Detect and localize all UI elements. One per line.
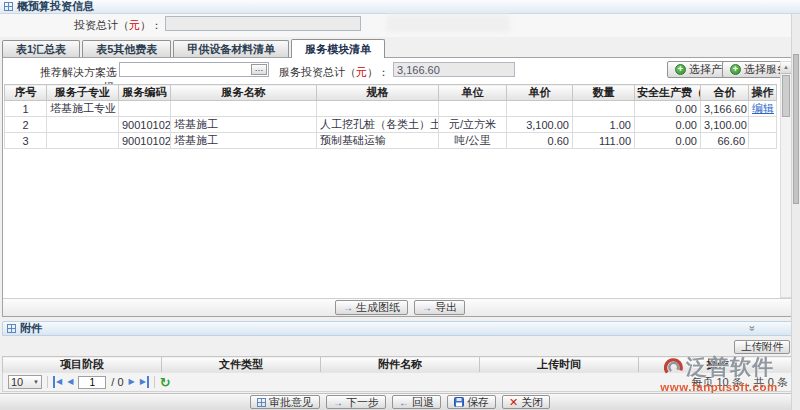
collapse-icon[interactable]: « xyxy=(747,326,758,332)
page-title: 概预算投资信息 xyxy=(17,0,94,14)
arrow-right-icon: → xyxy=(333,397,343,408)
arrow-right-icon: → xyxy=(422,302,432,313)
close-label: 关闭 xyxy=(521,395,543,410)
cell-price: 0.60 xyxy=(507,133,573,149)
tab-owner-supplied-equipment-list[interactable]: 甲供设备材料清单 xyxy=(173,40,289,57)
cell-name: 塔基施工 xyxy=(171,133,317,149)
col-attachment-name[interactable]: 附件名称 xyxy=(321,357,480,373)
save-icon xyxy=(454,397,464,407)
next-page-button[interactable]: ▶ xyxy=(129,376,135,388)
investment-total-input[interactable] xyxy=(165,16,361,31)
rollback-button[interactable]: ← 回退 xyxy=(392,395,441,409)
cell-total: 66.60 xyxy=(701,133,749,149)
solution-lookup-button[interactable]: … xyxy=(251,64,267,75)
tab-bar: 表1汇总表 表5其他费表 甲供设备材料清单 服务模块清单 xyxy=(2,38,790,57)
col-total-price[interactable]: 合价 xyxy=(701,85,749,101)
scrollbar-thumb[interactable] xyxy=(793,54,799,204)
tab-summary-table1[interactable]: 表1汇总表 xyxy=(2,40,80,57)
cell-code: 900101021... xyxy=(119,133,171,149)
pagination-bar: 10 ▼ ◀ ◀ / 0 ▶ ▶ ↻ 每页 10 条，共 0 条 xyxy=(2,372,796,392)
review-opinion-button[interactable]: 审批意见 xyxy=(250,395,320,409)
prev-page-button[interactable]: ◀ xyxy=(67,376,73,388)
cell-unit: 吨/公里 xyxy=(439,133,507,149)
col-operation[interactable]: 操作 xyxy=(639,357,797,373)
scrollbar-thumb[interactable] xyxy=(782,75,790,117)
cell-op xyxy=(749,117,777,133)
next-step-label: 下一步 xyxy=(346,395,379,410)
cell-code: 900101020... xyxy=(119,117,171,133)
table-header-row: 序号 服务子专业 服务编码 服务名称 规格 单位 单价 数量 安全生产费（元 合… xyxy=(5,85,777,101)
col-unit-price[interactable]: 单价 xyxy=(507,85,573,101)
cell-price: 3,100.00 xyxy=(507,117,573,133)
window-title-bar: 概预算投资信息 xyxy=(0,0,800,14)
arrow-left-icon: ← xyxy=(399,397,409,408)
plus-icon: + xyxy=(730,64,741,75)
footer-toolbar: 审批意见 → 下一步 ← 回退 保存 ✕ 关闭 xyxy=(0,393,800,410)
col-spec[interactable]: 规格 xyxy=(317,85,439,101)
col-file-type[interactable]: 文件类型 xyxy=(162,357,321,373)
next-step-button[interactable]: → 下一步 xyxy=(326,395,386,409)
refresh-icon[interactable]: ↻ xyxy=(160,376,171,389)
table-row[interactable]: 3 900101021... 塔基施工 预制基础运输 吨/公里 0.60 111… xyxy=(5,133,777,149)
rollback-label: 回退 xyxy=(412,395,434,410)
page-size-value: 10 xyxy=(11,376,23,388)
col-service-name[interactable]: 服务名称 xyxy=(171,85,317,101)
col-unit[interactable]: 单位 xyxy=(439,85,507,101)
cell-qty xyxy=(573,101,635,117)
export-button[interactable]: → 导出 xyxy=(414,300,465,315)
yuan-unit: 元 xyxy=(356,66,367,78)
col-quantity[interactable]: 数量 xyxy=(573,85,635,101)
col-service-sub-specialty[interactable]: 服务子专业 xyxy=(47,85,119,101)
col-service-code[interactable]: 服务编码 xyxy=(119,85,171,101)
review-opinion-label: 审批意见 xyxy=(269,395,313,410)
scroll-up-icon[interactable]: ▲ xyxy=(781,62,791,74)
service-module-panel: 推荐解决方案选择: … 服务投资总计（元）： 3,166.60 + 选择产品 +… xyxy=(2,57,798,317)
col-seq[interactable]: 序号 xyxy=(5,85,47,101)
cell-qty: 111.00 xyxy=(573,133,635,149)
page-size-select[interactable]: 10 ▼ xyxy=(8,375,42,389)
cell-total: 3,166.60 xyxy=(701,101,749,117)
page-number-input[interactable] xyxy=(78,376,106,389)
service-total-value: 3,166.60 xyxy=(393,62,515,77)
cell-code xyxy=(119,101,171,117)
page-scrollbar[interactable] xyxy=(791,14,800,410)
save-button[interactable]: 保存 xyxy=(447,395,496,409)
cell-spec xyxy=(317,101,439,117)
yuan-unit: 元 xyxy=(129,19,140,31)
app-window: 概预算投资信息 投资总计（元）： 表1汇总表 表5其他费表 甲供设备材料清单 服… xyxy=(0,0,800,410)
first-page-button[interactable]: ◀ xyxy=(53,376,62,388)
cell-sub xyxy=(47,133,119,149)
col-operation[interactable]: 操作 xyxy=(749,85,777,101)
service-total-label: 服务投资总计（元）： xyxy=(279,65,389,80)
table-row[interactable]: 2 900101020... 塔基施工 人工挖孔桩（各类土）土方量30立方米以上… xyxy=(5,117,777,133)
export-label: 导出 xyxy=(435,300,457,315)
close-icon: ✕ xyxy=(509,397,518,407)
attachments-title: 附件 xyxy=(20,321,42,336)
table-row[interactable]: 1 塔基施工专业 0.00 3,166.60 编辑 xyxy=(5,101,777,117)
tab-other-fee-table5[interactable]: 表5其他费表 xyxy=(82,40,171,57)
close-button[interactable]: ✕ 关闭 xyxy=(502,395,550,409)
cell-qty: 1.00 xyxy=(573,117,635,133)
arrow-right-icon: → xyxy=(343,302,353,313)
edit-link[interactable]: 编辑 xyxy=(752,102,774,114)
col-upload-time[interactable]: 上传时间 xyxy=(480,357,639,373)
cell-price xyxy=(507,101,573,117)
generate-drawing-button[interactable]: → 生成图纸 xyxy=(335,300,408,315)
cell-seq: 3 xyxy=(5,133,47,149)
last-page-button[interactable]: ▶ xyxy=(140,376,149,388)
pagination-summary: 每页 10 条，共 0 条 xyxy=(691,375,790,390)
upload-attachment-button[interactable]: 上传附件 xyxy=(734,340,790,354)
attachments-header: 附件 « xyxy=(2,321,796,336)
generate-drawing-label: 生成图纸 xyxy=(356,300,400,315)
cell-spec: 预制基础运输 xyxy=(317,133,439,149)
investment-total-label: 投资总计（元）： xyxy=(58,18,162,33)
col-safety-fee[interactable]: 安全生产费（元 xyxy=(635,85,701,101)
col-project-stage[interactable]: 项目阶段 xyxy=(3,357,162,373)
table-action-row: → 生成图纸 → 导出 xyxy=(3,298,797,316)
cell-sub xyxy=(47,117,119,133)
cell-seq: 1 xyxy=(5,101,47,117)
solution-select-input[interactable]: … xyxy=(119,62,269,77)
cell-safety: 0.00 xyxy=(635,133,701,149)
tab-service-module-list[interactable]: 服务模块清单 xyxy=(291,39,385,58)
cell-unit xyxy=(439,101,507,117)
